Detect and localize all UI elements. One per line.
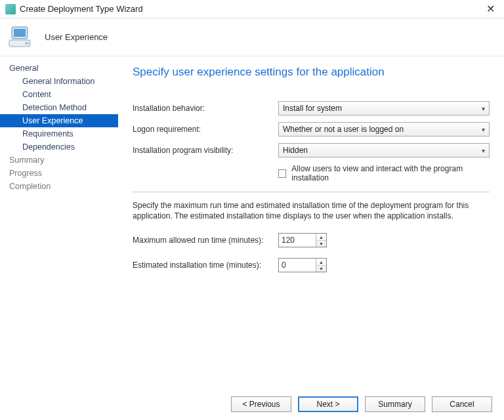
sidebar-item-general[interactable]: General xyxy=(0,62,118,75)
logon-requirement-value: Whether or not a user is logged on xyxy=(283,125,404,134)
titlebar: Create Deployment Type Wizard ✕ xyxy=(0,0,504,18)
window-title: Create Deployment Type Wizard xyxy=(20,4,482,14)
sidebar-item-progress[interactable]: Progress xyxy=(0,167,118,180)
app-icon xyxy=(5,4,16,14)
allow-interact-label: Allow users to view and interact with th… xyxy=(291,164,490,182)
spinner-up-icon[interactable]: ▲ xyxy=(316,259,326,266)
wizard-sidebar: GeneralGeneral InformationContentDetecti… xyxy=(0,56,118,388)
allow-interact-checkbox[interactable] xyxy=(278,169,286,178)
visibility-value: Hidden xyxy=(283,146,308,155)
sidebar-item-summary[interactable]: Summary xyxy=(0,154,118,167)
runtime-description: Specify the maximum run time and estimat… xyxy=(133,200,490,221)
spinner-down-icon[interactable]: ▼ xyxy=(316,241,326,247)
logon-requirement-select[interactable]: Whether or not a user is logged on ▾ xyxy=(278,122,490,136)
max-runtime-value: 120 xyxy=(279,234,316,247)
cancel-button[interactable]: Cancel xyxy=(432,396,492,412)
sidebar-item-general-information[interactable]: General Information xyxy=(0,75,118,88)
close-icon[interactable]: ✕ xyxy=(482,3,499,16)
visibility-label: Installation program visibility: xyxy=(133,146,278,155)
wizard-content: Specify user experience settings for the… xyxy=(118,56,504,388)
est-time-label: Estimated installation time (minutes): xyxy=(133,261,278,270)
est-time-input[interactable]: 0 ▲ ▼ xyxy=(278,258,327,272)
chevron-down-icon: ▾ xyxy=(482,147,485,154)
summary-button[interactable]: Summary xyxy=(365,396,425,412)
spinner-up-icon[interactable]: ▲ xyxy=(316,234,326,241)
svg-rect-3 xyxy=(25,42,29,45)
logon-requirement-label: Logon requirement: xyxy=(133,125,278,134)
est-time-value: 0 xyxy=(279,259,316,272)
install-behavior-select[interactable]: Install for system ▾ xyxy=(278,101,490,116)
chevron-down-icon: ▾ xyxy=(482,126,485,133)
install-behavior-value: Install for system xyxy=(283,104,342,113)
sidebar-item-content[interactable]: Content xyxy=(0,88,118,101)
svg-rect-1 xyxy=(14,29,26,37)
divider xyxy=(133,192,490,192)
chevron-down-icon: ▾ xyxy=(482,105,485,112)
visibility-select[interactable]: Hidden ▾ xyxy=(278,143,490,158)
spinner-down-icon[interactable]: ▼ xyxy=(316,266,326,272)
max-runtime-input[interactable]: 120 ▲ ▼ xyxy=(278,233,327,247)
page-heading: Specify user experience settings for the… xyxy=(133,66,490,79)
sidebar-item-user-experience[interactable]: User Experience xyxy=(0,114,118,127)
max-runtime-label: Maximum allowed run time (minutes): xyxy=(133,236,278,245)
computer-icon xyxy=(8,24,37,51)
sidebar-item-detection-method[interactable]: Detection Method xyxy=(0,101,118,114)
header-label: User Experience xyxy=(45,32,108,42)
sidebar-item-completion[interactable]: Completion xyxy=(0,180,118,193)
previous-button[interactable]: < Previous xyxy=(231,396,291,412)
wizard-footer: < Previous Next > Summary Cancel xyxy=(0,388,504,420)
wizard-header: User Experience xyxy=(0,18,504,56)
next-button[interactable]: Next > xyxy=(298,396,358,412)
sidebar-item-dependencies[interactable]: Dependencies xyxy=(0,140,118,154)
sidebar-item-requirements[interactable]: Requirements xyxy=(0,127,118,140)
install-behavior-label: Installation behavior: xyxy=(133,104,278,113)
